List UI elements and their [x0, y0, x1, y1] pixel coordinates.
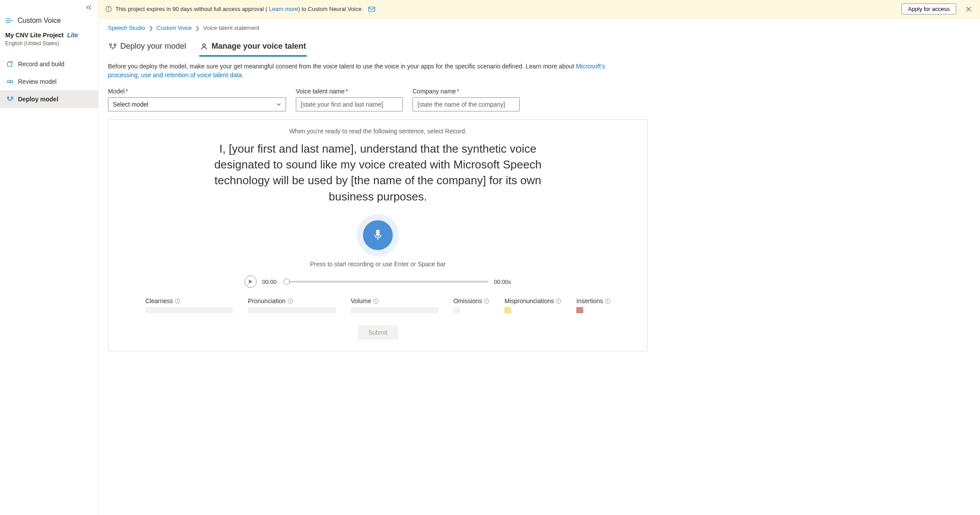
metric-bar [453, 307, 460, 313]
consent-statement: I, [your first and last name], understan… [194, 141, 562, 205]
seek-track[interactable] [287, 281, 488, 283]
metric-bar [145, 307, 233, 313]
tab-deploy-model[interactable]: Deploy your model [108, 37, 187, 57]
svg-point-25 [376, 300, 376, 300]
notice-text-part: This project expires in 90 days without … [115, 6, 269, 12]
label-text: Voice talent name [296, 88, 345, 95]
play-button[interactable] [244, 275, 257, 288]
crumb-speech-studio[interactable]: Speech Studio [108, 25, 145, 31]
model-label: Model* [108, 88, 286, 95]
svg-rect-14 [110, 44, 111, 46]
svg-point-22 [290, 300, 291, 300]
mic-outer [357, 214, 399, 256]
learn-more-link[interactable]: Learn more [269, 6, 298, 12]
form-row: Model* Select model Voice talent name* C… [98, 88, 980, 119]
required-indicator: * [345, 88, 348, 95]
sidebar: Custom Voice My CNV Lite Project Lite En… [0, 0, 98, 515]
voice-talent-name-input[interactable] [296, 97, 403, 111]
project-language: English (United States) [0, 39, 98, 54]
crumb-custom-voice[interactable]: Custom Voice [157, 25, 192, 31]
microphone-icon [371, 229, 384, 242]
nav-label: Deploy model [18, 96, 58, 103]
review-icon [7, 78, 14, 85]
collapse-sidebar-icon[interactable] [86, 4, 92, 11]
info-icon[interactable] [373, 298, 379, 304]
company-label: Company name* [413, 88, 520, 95]
required-indicator: * [457, 88, 459, 95]
notice-text: This project expires in 90 days without … [115, 6, 363, 12]
label-text: Company name [413, 88, 456, 95]
custom-voice-icon [5, 18, 13, 24]
tab-label: Manage your voice talent [212, 42, 306, 51]
metric-label-text: Omissions [453, 297, 482, 304]
metric-label-text: Volume [351, 297, 371, 304]
tab-label: Deploy your model [120, 42, 186, 51]
metrics-row: Clearness Pronunciation Volume [145, 297, 610, 313]
access-notice: This project expires in 90 days without … [98, 0, 980, 18]
desc-text: Before you deploy the model, make sure y… [108, 63, 576, 70]
info-icon[interactable] [175, 298, 180, 304]
nav-record-and-build[interactable]: Record and build [0, 55, 98, 73]
tabs: Deploy your model Manage your voice tale… [98, 37, 980, 57]
company-name-input[interactable] [413, 97, 520, 111]
metric-label-text: Insertions [576, 297, 603, 304]
svg-point-34 [607, 300, 608, 300]
voice-talent-label: Voice talent name* [296, 88, 403, 95]
model-select-value: Select model [113, 101, 148, 108]
crumb-current: Voice talent statement [203, 25, 259, 31]
person-icon [200, 43, 208, 50]
metric-clearness: Clearness [145, 297, 233, 313]
chevron-down-icon [276, 102, 281, 107]
metric-bar [576, 307, 583, 313]
current-time: 00:00 [262, 279, 281, 285]
play-icon [248, 279, 253, 284]
chevron-right-icon: ❯ [195, 25, 200, 31]
description: Before you deploy the model, make sure y… [98, 57, 638, 88]
svg-point-10 [108, 7, 109, 8]
submit-button[interactable]: Submit [358, 325, 398, 340]
svg-point-28 [486, 300, 487, 300]
label-text: Model [108, 88, 125, 95]
press-hint: Press to start recording or use Enter or… [126, 261, 630, 268]
svg-rect-3 [7, 62, 12, 66]
seek-thumb[interactable] [284, 279, 290, 285]
model-select[interactable]: Select model [108, 97, 286, 111]
deploy-icon [7, 96, 14, 103]
info-icon[interactable] [484, 298, 489, 304]
sidebar-nav: Record and build Review model Deploy mod… [0, 54, 98, 108]
svg-rect-15 [114, 44, 116, 46]
nav-deploy-model[interactable]: Deploy model [0, 90, 98, 108]
metric-label-text: Mispronunciations [504, 297, 554, 304]
record-box: When you're ready to read the following … [108, 119, 648, 352]
metric-label-text: Clearness [145, 297, 173, 304]
info-icon[interactable] [556, 298, 561, 304]
metric-insertions: Insertions [576, 297, 610, 313]
deploy-tab-icon [109, 43, 117, 50]
svg-point-16 [203, 44, 205, 46]
tab-manage-voice-talent[interactable]: Manage your voice talent [199, 37, 307, 57]
metric-pronunciation: Pronunciation [248, 297, 336, 313]
duration: 00:00s [494, 279, 511, 285]
company-name-field: Company name* [413, 88, 520, 111]
record-icon [7, 61, 14, 68]
metric-mispronunciations: Mispronunciations [504, 297, 561, 313]
metric-volume: Volume [351, 297, 438, 313]
close-notice-icon[interactable] [964, 7, 973, 12]
nav-label: Review model [18, 78, 57, 85]
record-button[interactable] [363, 220, 393, 250]
voice-talent-name-field: Voice talent name* [296, 88, 403, 111]
sidebar-title: Custom Voice [18, 17, 61, 25]
info-icon [105, 6, 112, 12]
mail-icon[interactable] [368, 7, 375, 12]
model-field: Model* Select model [108, 88, 286, 111]
project-badge: Lite [67, 32, 78, 39]
svg-rect-6 [7, 97, 9, 98]
metric-label-text: Pronunciation [248, 297, 286, 304]
record-hint: When you're ready to read the following … [126, 128, 630, 135]
info-icon[interactable] [287, 298, 293, 304]
breadcrumb: Speech Studio ❯ Custom Voice ❯ Voice tal… [98, 18, 980, 37]
apply-for-access-button[interactable]: Apply for access [901, 4, 956, 14]
info-icon[interactable] [605, 298, 610, 304]
nav-review-model[interactable]: Review model [0, 73, 98, 90]
metric-omissions: Omissions [453, 297, 489, 313]
